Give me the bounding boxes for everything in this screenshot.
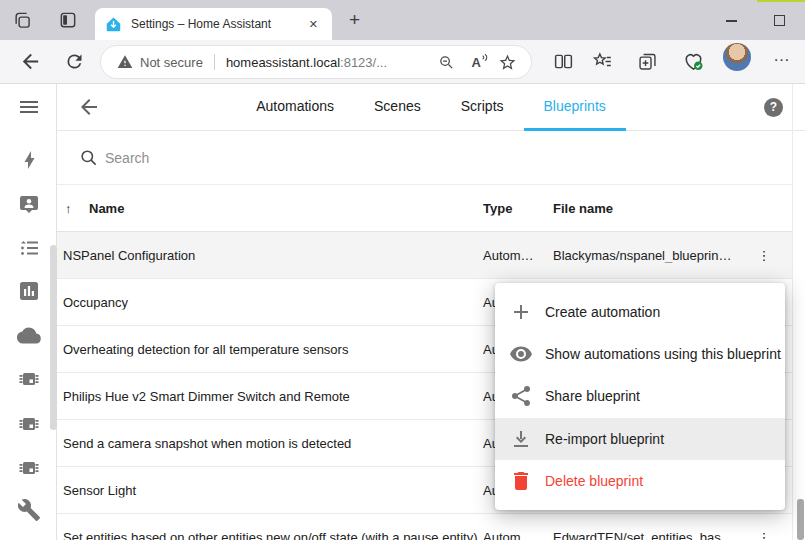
- chip-icon-2[interactable]: [17, 412, 41, 436]
- tab-blueprints[interactable]: Blueprints: [524, 84, 626, 131]
- split-screen-icon[interactable]: [553, 51, 574, 72]
- window-minimize-button[interactable]: [726, 20, 737, 22]
- row-overflow-menu-icon[interactable]: ⋮: [754, 248, 774, 263]
- person-badge-icon[interactable]: [17, 192, 41, 216]
- search-icon: [79, 148, 98, 167]
- favorites-hub-icon[interactable]: [592, 51, 613, 72]
- ha-sidebar: [0, 84, 57, 540]
- row-context-menu: Create automation Show automations using…: [495, 283, 785, 510]
- row-type: Autom…: [483, 248, 547, 263]
- tab-scenes[interactable]: Scenes: [354, 84, 441, 131]
- column-header-name[interactable]: Name: [89, 201, 289, 216]
- profile-avatar[interactable]: [723, 43, 751, 71]
- cloud-icon[interactable]: [17, 323, 41, 347]
- not-secure-warning-icon: [117, 54, 133, 70]
- row-name: Philips Hue v2 Smart Dimmer Switch and R…: [63, 389, 481, 404]
- menu-item-label: Delete blueprint: [545, 473, 643, 489]
- column-header-file[interactable]: File name: [553, 201, 767, 216]
- delete-trash-icon: [509, 469, 533, 493]
- menu-item-reimport-blueprint[interactable]: Re-import blueprint: [495, 418, 785, 460]
- browser-toolbar: Not secure homeassistant.local:8123/... …: [0, 40, 805, 84]
- row-name: Send a camera snapshot when motion is de…: [63, 436, 481, 451]
- workspaces-icon[interactable]: [12, 10, 32, 30]
- tab-automations[interactable]: Automations: [236, 84, 354, 131]
- download-icon: [509, 427, 533, 451]
- sort-ascending-icon[interactable]: ↑: [65, 201, 85, 216]
- wrench-icon[interactable]: [17, 498, 41, 522]
- chip-icon-3[interactable]: [17, 456, 41, 480]
- help-icon[interactable]: ?: [764, 98, 783, 117]
- search-input[interactable]: [105, 150, 605, 166]
- menu-item-label: Re-import blueprint: [545, 431, 664, 447]
- row-name: Sensor Light: [63, 483, 481, 498]
- row-name: NSPanel Configuration: [63, 248, 481, 263]
- browser-window: Settings – Home Assistant ✕ + Not secure…: [0, 0, 805, 540]
- browser-tab-strip: Settings – Home Assistant ✕ +: [0, 0, 805, 40]
- new-tab-button[interactable]: +: [343, 7, 366, 33]
- address-divider: [214, 54, 215, 70]
- zoom-out-icon[interactable]: [438, 54, 455, 71]
- menu-item-delete-blueprint[interactable]: Delete blueprint: [495, 460, 785, 502]
- tab-actions-icon[interactable]: [58, 10, 78, 30]
- eye-icon: [509, 342, 533, 366]
- security-label: Not secure: [140, 55, 203, 70]
- settings-more-icon[interactable]: …: [773, 46, 791, 66]
- ha-tab-bar: Automations Scenes Scripts Blueprints: [57, 84, 805, 131]
- collections-icon[interactable]: [637, 51, 658, 72]
- url-text: homeassistant.local:8123/...: [226, 55, 387, 70]
- row-name: Occupancy: [63, 295, 481, 310]
- row-name: Set entities based on other entities new…: [63, 530, 481, 540]
- page-scrollbar-thumb[interactable]: [797, 499, 804, 540]
- address-bar[interactable]: Not secure homeassistant.local:8123/... …: [100, 45, 532, 79]
- tab-close-icon[interactable]: ✕: [305, 16, 322, 33]
- sidebar-scrollbar-thumb[interactable]: [50, 245, 57, 430]
- list-icon[interactable]: [17, 236, 41, 260]
- row-type: Autom…: [483, 530, 547, 540]
- menu-item-show-automations[interactable]: Show automations using this blueprint: [495, 333, 785, 375]
- row-file: Blackymas/nspanel_blueprin…: [553, 248, 767, 263]
- refresh-icon[interactable]: [64, 51, 85, 72]
- home-assistant-favicon: [105, 16, 122, 33]
- table-header: ↑ Name Type File name: [57, 185, 792, 232]
- browser-tab[interactable]: Settings – Home Assistant ✕: [95, 8, 332, 40]
- browser-essentials-icon[interactable]: [682, 50, 705, 73]
- row-file: EdwardTEN/set_entities_bas…: [553, 530, 767, 540]
- back-icon[interactable]: [19, 50, 42, 73]
- menu-hamburger-icon[interactable]: [17, 95, 41, 119]
- menu-item-label: Show automations using this blueprint: [545, 346, 781, 362]
- content-edge-divider: [792, 84, 793, 540]
- chip-icon-1[interactable]: [17, 367, 41, 391]
- column-header-type[interactable]: Type: [483, 201, 547, 216]
- screen-edge-artifact: [757, 0, 805, 2]
- favorite-star-icon[interactable]: [498, 53, 517, 72]
- read-aloud-icon[interactable]: A: [472, 55, 481, 70]
- tab-scripts[interactable]: Scripts: [441, 84, 524, 131]
- url-path: :8123/...: [340, 55, 387, 70]
- search-row: [57, 131, 792, 185]
- share-icon: [509, 384, 533, 408]
- url-host: homeassistant.local: [226, 55, 340, 70]
- menu-item-label: Create automation: [545, 304, 660, 320]
- table-row[interactable]: NSPanel Configuration Autom… Blackymas/n…: [57, 232, 792, 279]
- history-chart-icon[interactable]: [17, 279, 41, 303]
- plus-icon: [509, 300, 533, 324]
- row-name: Overheating detection for all temperatur…: [63, 342, 481, 357]
- menu-item-create-automation[interactable]: Create automation: [495, 291, 785, 333]
- table-row[interactable]: Set entities based on other entities new…: [57, 514, 792, 540]
- energy-bolt-icon[interactable]: [17, 148, 41, 172]
- row-overflow-menu-icon[interactable]: ⋮: [754, 530, 774, 540]
- tab-title: Settings – Home Assistant: [131, 17, 305, 31]
- menu-item-share-blueprint[interactable]: Share blueprint: [495, 375, 785, 417]
- window-maximize-button[interactable]: [774, 15, 785, 26]
- ha-header: Automations Scenes Scripts Blueprints ?: [57, 84, 805, 131]
- menu-item-label: Share blueprint: [545, 388, 640, 404]
